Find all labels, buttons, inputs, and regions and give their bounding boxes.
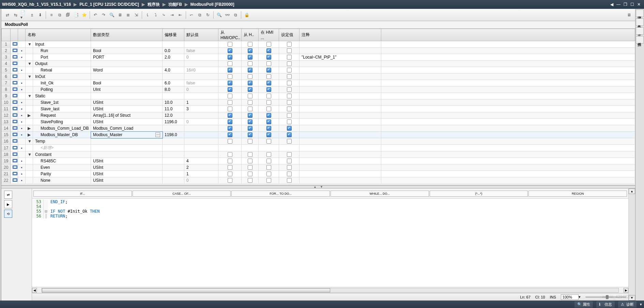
var-comment[interactable] bbox=[300, 86, 381, 93]
chk-hmi-opc[interactable] bbox=[218, 80, 242, 86]
chk-from-h[interactable] bbox=[242, 86, 259, 93]
toolbar-icon[interactable]: ⤺ bbox=[188, 12, 195, 18]
var-comment[interactable] bbox=[300, 112, 381, 119]
chk-setpoint[interactable] bbox=[279, 177, 300, 184]
chk-from-h[interactable] bbox=[242, 125, 259, 132]
hscroll-right-icon[interactable]: ▶ bbox=[624, 288, 628, 293]
col-offset[interactable]: 偏移量 bbox=[163, 29, 184, 41]
toolbar-icon[interactable]: ↻ bbox=[204, 12, 211, 18]
chk-from-h[interactable] bbox=[242, 48, 259, 54]
chk-hmi-opc[interactable] bbox=[218, 171, 242, 177]
breadcrumb-item[interactable]: WH500_XQG_hb_1_V15_V15.1_V16 bbox=[2, 2, 71, 7]
toolbar-icon[interactable]: 🗐 bbox=[64, 12, 71, 18]
chk-setpoint[interactable] bbox=[279, 158, 300, 164]
var-default[interactable] bbox=[184, 74, 218, 80]
chk-hmi-opc[interactable] bbox=[218, 67, 242, 74]
chk-at-hmi[interactable] bbox=[259, 54, 279, 61]
var-comment[interactable] bbox=[300, 61, 381, 67]
var-name[interactable]: Even bbox=[33, 164, 91, 171]
chk-at-hmi[interactable] bbox=[259, 125, 279, 132]
toolbar-icon[interactable]: ⤷ bbox=[160, 12, 167, 18]
code-line[interactable]: 55⊟IF NOT #Init_Ok THEN bbox=[32, 209, 628, 214]
code-line[interactable]: 54 bbox=[32, 204, 628, 209]
section-row[interactable]: 6▼InOut bbox=[2, 74, 635, 80]
var-default[interactable]: 0 bbox=[184, 119, 218, 125]
bottom-chevron-icon[interactable]: ▾ bbox=[640, 302, 642, 307]
var-comment[interactable] bbox=[300, 145, 381, 151]
col-at-hmi[interactable]: 在 HMI ... bbox=[259, 29, 279, 41]
section-row[interactable]: 1▼Input bbox=[2, 41, 635, 48]
chk-setpoint[interactable] bbox=[279, 86, 300, 93]
chk-hmi-opc[interactable] bbox=[218, 125, 242, 132]
var-type[interactable]: USInt bbox=[91, 119, 163, 125]
var-type[interactable] bbox=[91, 61, 163, 67]
variable-row[interactable]: 22▪NoneUSInt0 bbox=[2, 177, 635, 184]
chk-setpoint[interactable] bbox=[279, 119, 300, 125]
var-name[interactable]: Parity bbox=[33, 171, 91, 177]
chk-from-h[interactable] bbox=[242, 119, 259, 125]
var-default[interactable]: 16#0 bbox=[184, 67, 218, 74]
toolbar-icon[interactable]: 👓 bbox=[224, 12, 231, 18]
var-name[interactable]: SlavePolling bbox=[33, 119, 91, 125]
horizontal-splitter[interactable]: ▲ ▼ bbox=[1, 185, 635, 189]
zoom-dropdown-icon[interactable]: ▾ bbox=[579, 295, 581, 299]
var-type[interactable] bbox=[91, 145, 163, 151]
var-default[interactable] bbox=[184, 145, 218, 151]
var-default[interactable]: 3 bbox=[184, 106, 218, 112]
variable-row[interactable]: 12▪▶RequestArray[1..16] of Struct12.0 bbox=[2, 112, 635, 119]
chk-setpoint[interactable] bbox=[279, 48, 300, 54]
toolbar-icon[interactable]: ⧉ bbox=[56, 12, 63, 18]
var-default[interactable] bbox=[184, 125, 218, 132]
toolbar-icon[interactable]: ⤹ bbox=[144, 12, 151, 18]
chk-setpoint[interactable] bbox=[279, 112, 300, 119]
chk-from-h[interactable] bbox=[242, 177, 259, 184]
breadcrumb-item[interactable]: ModbusPoll [FB20000] bbox=[190, 2, 234, 7]
variable-row[interactable]: 7▪Init_OkBool6.0false bbox=[2, 80, 635, 86]
var-type[interactable]: USInt bbox=[91, 106, 163, 112]
var-type[interactable]: Bool bbox=[91, 80, 163, 86]
chk-hmi-opc[interactable] bbox=[218, 106, 242, 112]
var-default[interactable]: 0 bbox=[184, 177, 218, 184]
var-name[interactable]: RS485C bbox=[33, 158, 91, 164]
toolbar-icon[interactable]: ⇥ bbox=[169, 12, 175, 18]
chk-setpoint[interactable] bbox=[279, 132, 300, 138]
col-default[interactable]: 默认值 bbox=[184, 29, 218, 41]
splitter-down-icon[interactable]: ▼ bbox=[320, 185, 323, 189]
var-name[interactable]: Slave_1st bbox=[33, 99, 91, 106]
toolbar-icon[interactable]: ⇆ bbox=[12, 12, 19, 18]
col-comment[interactable]: 注释 bbox=[300, 29, 381, 41]
var-default[interactable]: 0 bbox=[184, 54, 218, 61]
variable-row[interactable]: 3▪PortPORT2.00"Local~CM_PtP_1" bbox=[2, 54, 635, 61]
var-comment[interactable] bbox=[300, 151, 381, 158]
var-type[interactable]: USInt bbox=[91, 177, 163, 184]
var-type[interactable]: Modbus_Master⋯ bbox=[91, 132, 163, 138]
expand-icon[interactable]: ▼ bbox=[26, 61, 33, 67]
code-mini-btn-2[interactable]: ▶ bbox=[4, 200, 12, 208]
section-row[interactable]: 4▼Output bbox=[2, 61, 635, 67]
snippet-button[interactable]: CASE... OF... bbox=[133, 191, 231, 197]
toolbar-icon[interactable]: 🔍 bbox=[108, 12, 115, 18]
var-type[interactable]: Bool bbox=[91, 48, 163, 54]
chk-hmi-opc[interactable] bbox=[218, 112, 242, 119]
vscroll-up-icon[interactable]: ▲ bbox=[629, 189, 635, 194]
var-default[interactable]: false bbox=[184, 48, 218, 54]
side-tab[interactable]: 测试 bbox=[636, 10, 644, 17]
chk-hmi-opc[interactable] bbox=[218, 119, 242, 125]
var-name[interactable]: Modbus_Master_DB bbox=[33, 132, 91, 138]
chk-at-hmi[interactable] bbox=[259, 112, 279, 119]
var-name[interactable]: Retval bbox=[33, 67, 91, 74]
var-type[interactable] bbox=[91, 138, 163, 145]
side-tab[interactable]: 任务 bbox=[636, 18, 644, 26]
chk-at-hmi[interactable] bbox=[259, 106, 279, 112]
chk-at-hmi[interactable] bbox=[259, 119, 279, 125]
zoom-slider[interactable] bbox=[585, 296, 626, 298]
chk-at-hmi[interactable] bbox=[259, 177, 279, 184]
chk-setpoint[interactable] bbox=[279, 164, 300, 171]
section-row[interactable]: 16▼Temp bbox=[2, 138, 635, 145]
var-comment[interactable] bbox=[300, 99, 381, 106]
diagnostics-button[interactable]: ⚠诊断 bbox=[618, 301, 637, 308]
toolbar-icon[interactable]: ≡ bbox=[48, 12, 55, 18]
toolbar-icon[interactable]: ≣ bbox=[125, 12, 132, 18]
prev-button[interactable]: ◀ bbox=[609, 2, 615, 7]
var-name[interactable]: Temp bbox=[33, 138, 91, 145]
